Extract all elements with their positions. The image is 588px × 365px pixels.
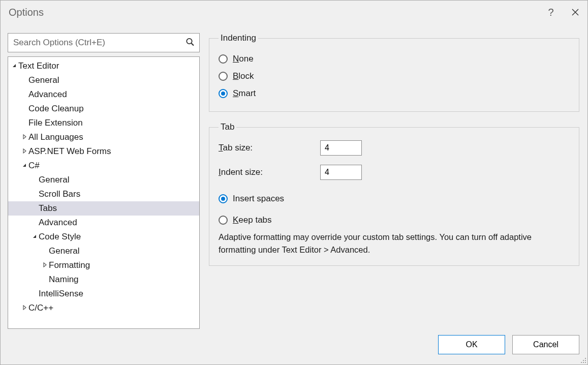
svg-point-9 — [585, 362, 586, 363]
indenting-none-radio[interactable]: None — [219, 50, 570, 68]
options-dialog: Options ? Text Editor — [0, 0, 588, 365]
adaptive-formatting-note: Adaptive formatting may override your cu… — [219, 231, 570, 256]
tree-item-label: Naming — [49, 275, 79, 285]
tree-item-label: General — [28, 75, 59, 85]
left-panel: Text EditorGeneralAdvancedCode CleanupFi… — [8, 33, 200, 329]
tree-item-label: File Extension — [28, 118, 83, 128]
tree-item[interactable]: Code Style — [8, 230, 199, 244]
radio-icon — [219, 72, 228, 81]
tree-item-label: General — [39, 175, 69, 185]
radio-label: Block — [233, 71, 254, 81]
tree-item[interactable]: ASP.NET Web Forms — [8, 144, 199, 159]
indent-size-input[interactable] — [320, 165, 362, 180]
tab-group: Tab Tab size: Indent size: Insert spaces… — [209, 122, 579, 266]
tree-item-label: Formatting — [49, 260, 90, 270]
close-icon — [572, 9, 579, 16]
indenting-smart-radio[interactable]: Smart — [219, 85, 570, 102]
right-panel: Indenting None Block Smart Tab Tab size — [209, 33, 579, 329]
svg-point-7 — [581, 362, 582, 363]
titlebar: Options ? — [1, 1, 587, 24]
chevron-right-icon[interactable] — [21, 148, 27, 155]
dialog-footer: OK Cancel — [1, 335, 587, 364]
svg-point-2 — [187, 39, 192, 44]
svg-line-3 — [192, 43, 194, 46]
tree-item-label: Scroll Bars — [39, 189, 80, 199]
radio-icon — [219, 216, 228, 225]
chevron-down-icon[interactable] — [21, 163, 27, 169]
svg-point-6 — [585, 360, 586, 361]
options-tree[interactable]: Text EditorGeneralAdvancedCode CleanupFi… — [8, 56, 200, 329]
tree-item[interactable]: Advanced — [8, 216, 199, 230]
tree-item-label: C# — [28, 161, 40, 171]
tree-item-label: All Languages — [28, 132, 83, 142]
ok-button[interactable]: OK — [438, 335, 505, 354]
tree-item[interactable]: General — [8, 244, 199, 258]
chevron-down-icon[interactable] — [11, 63, 17, 69]
tree-item-label: Code Style — [39, 232, 81, 242]
cancel-button[interactable]: Cancel — [512, 335, 579, 354]
search-input[interactable] — [8, 33, 200, 52]
tree-item-label: ASP.NET Web Forms — [28, 146, 111, 157]
radio-label: None — [233, 54, 254, 64]
tree-item[interactable]: IntelliSense — [8, 287, 199, 301]
chevron-right-icon[interactable] — [21, 305, 27, 311]
resize-grip-icon[interactable] — [579, 356, 586, 363]
keep-tabs-radio[interactable]: Keep tabs — [219, 211, 570, 229]
svg-point-8 — [583, 362, 584, 363]
window-controls: ? — [539, 1, 587, 24]
indenting-block-radio[interactable]: Block — [219, 68, 570, 85]
tree-item-label: Text Editor — [18, 61, 59, 71]
tree-item[interactable]: All Languages — [8, 130, 199, 144]
indenting-group: Indenting None Block Smart — [209, 33, 579, 112]
tree-item[interactable]: Tabs — [8, 201, 199, 216]
radio-icon — [219, 194, 228, 203]
tree-item-label: Code Cleanup — [28, 104, 84, 114]
svg-point-5 — [583, 360, 584, 361]
indenting-legend: Indenting — [219, 33, 258, 43]
indent-size-label: Indent size: — [219, 167, 320, 177]
tree-item[interactable]: Naming — [8, 272, 199, 287]
tree-item-label: Advanced — [39, 218, 77, 228]
tree-item[interactable]: General — [8, 173, 199, 187]
tree-item[interactable]: File Extension — [8, 116, 199, 130]
tab-size-row: Tab size: — [219, 139, 570, 157]
tree-item[interactable]: Advanced — [8, 87, 199, 102]
svg-point-4 — [585, 358, 586, 359]
tree-item-label: Advanced — [28, 89, 67, 100]
tree-item-label: IntelliSense — [39, 289, 83, 299]
radio-icon — [219, 54, 228, 64]
tree-item-label: General — [49, 246, 79, 256]
window-title: Options — [9, 7, 44, 18]
indent-size-row: Indent size: — [219, 164, 570, 181]
tree-item[interactable]: Text Editor — [8, 59, 199, 73]
help-button[interactable]: ? — [539, 1, 563, 24]
tree-item[interactable]: Code Cleanup — [8, 102, 199, 116]
chevron-right-icon[interactable] — [42, 262, 48, 268]
tab-legend: Tab — [219, 122, 236, 132]
tree-item[interactable]: Formatting — [8, 258, 199, 272]
radio-label: Smart — [233, 88, 256, 99]
insert-spaces-radio[interactable]: Insert spaces — [219, 190, 570, 207]
chevron-down-icon[interactable] — [32, 234, 38, 240]
search-wrap — [8, 33, 200, 52]
close-button[interactable] — [563, 1, 587, 24]
tab-size-label: Tab size: — [219, 143, 320, 153]
tree-item[interactable]: General — [8, 73, 199, 87]
radio-label: Insert spaces — [233, 194, 284, 204]
tab-size-input[interactable] — [320, 140, 362, 156]
chevron-right-icon[interactable] — [21, 134, 27, 140]
tree-item-label: C/C++ — [28, 303, 53, 313]
radio-label: Keep tabs — [233, 215, 272, 225]
dialog-body: Text EditorGeneralAdvancedCode CleanupFi… — [1, 24, 587, 335]
tree-item-label: Tabs — [39, 203, 57, 214]
tree-item[interactable]: C/C++ — [8, 301, 199, 315]
tree-item[interactable]: Scroll Bars — [8, 187, 199, 201]
radio-icon — [219, 89, 228, 98]
search-icon[interactable] — [185, 38, 195, 48]
tree-item[interactable]: C# — [8, 159, 199, 173]
